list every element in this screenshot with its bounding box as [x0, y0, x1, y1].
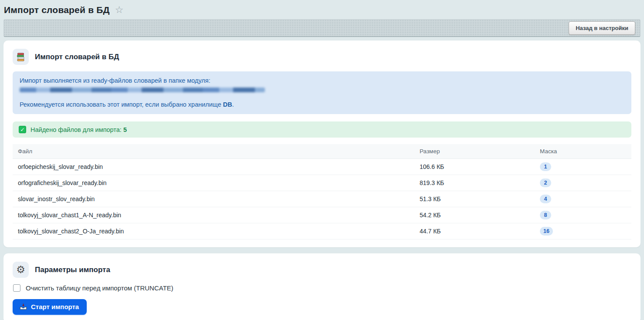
files-table-header-row: Файл Размер Маска	[13, 144, 631, 159]
column-header-file: Файл	[13, 144, 414, 159]
table-row: orfoepicheskij_slovar_ready.bin 106.6 КБ…	[13, 159, 631, 175]
mask-badge: 8	[540, 211, 551, 219]
mask-badge: 2	[540, 179, 551, 187]
column-header-size: Размер	[414, 144, 535, 159]
import-card-header: Импорт словарей в БД	[13, 49, 631, 65]
truncate-checkbox-row[interactable]: Очистить таблицу перед импортом (TRUNCAT…	[13, 284, 631, 292]
file-size: 54.2 КБ	[414, 207, 535, 223]
page-title: Импорт словарей в БД	[4, 5, 110, 15]
import-card: Импорт словарей в БД Импорт выполняется …	[3, 40, 641, 247]
files-found-text: Найдено файлов для импорта: 5	[31, 126, 127, 133]
mask-badge: 16	[540, 227, 553, 236]
truncate-checkbox[interactable]	[13, 284, 20, 292]
file-name: tolkovyj_slovar_chast1_A-N_ready.bin	[13, 207, 414, 223]
params-card: ⚙ Параметры импорта Очистить таблицу пер…	[3, 253, 641, 320]
table-row: orfograficheskij_slovar_ready.bin 819.3 …	[13, 175, 631, 191]
files-found-label: Найдено файлов для импорта:	[31, 126, 123, 133]
recommendation-text: Рекомендуется использовать этот импорт, …	[20, 101, 223, 108]
file-name: slovar_inostr_slov_ready.bin	[13, 191, 414, 207]
file-name: tolkovyj_slovar_chast2_O-Ja_ready.bin	[13, 223, 414, 239]
import-card-title: Импорт словарей в БД	[35, 53, 119, 61]
table-row: slovar_inostr_slov_ready.bin 51.3 КБ 4	[13, 191, 631, 207]
files-found-banner: ✓ Найдено файлов для импорта: 5	[13, 121, 631, 138]
favorite-star-icon[interactable]: ☆	[115, 5, 124, 15]
file-name: orfograficheskij_slovar_ready.bin	[13, 175, 414, 191]
start-import-label: Старт импорта	[31, 303, 79, 310]
books-icon	[13, 49, 29, 65]
mask-badge: 4	[540, 195, 551, 203]
content-area: Импорт словарей в БД Импорт выполняется …	[0, 37, 644, 320]
import-info-box: Импорт выполняется из ready-файлов слова…	[13, 71, 631, 114]
table-row: tolkovyj_slovar_chast1_A-N_ready.bin 54.…	[13, 207, 631, 223]
info-line-source: Импорт выполняется из ready-файлов слова…	[20, 77, 624, 84]
module-path-redacted	[20, 88, 265, 92]
back-to-settings-button[interactable]: Назад в настройки	[569, 21, 635, 35]
start-import-button[interactable]: Старт импорта	[13, 299, 87, 315]
file-size: 51.3 КБ	[414, 191, 535, 207]
files-found-count: 5	[123, 126, 127, 133]
files-table: Файл Размер Маска orfoepicheskij_slovar_…	[13, 144, 631, 239]
check-icon: ✓	[19, 126, 26, 133]
params-card-header: ⚙ Параметры импорта	[13, 262, 631, 278]
truncate-checkbox-label[interactable]: Очистить таблицу перед импортом (TRUNCAT…	[26, 284, 173, 292]
file-size: 44.7 КБ	[414, 223, 535, 239]
admin-toolbar: Назад в настройки	[3, 19, 641, 37]
table-row: tolkovyj_slovar_chast2_O-Ja_ready.bin 44…	[13, 223, 631, 239]
storage-db-label: DB	[223, 101, 232, 108]
page-header: Импорт словарей в БД ☆	[0, 0, 644, 19]
import-tray-icon	[20, 303, 27, 310]
file-size: 819.3 КБ	[414, 175, 535, 191]
mask-badge: 1	[540, 162, 551, 171]
recommendation-period: .	[232, 101, 234, 108]
column-header-mask: Маска	[535, 144, 631, 159]
info-line-recommendation: Рекомендуется использовать этот импорт, …	[20, 101, 624, 108]
gear-icon: ⚙	[13, 262, 29, 278]
file-name: orfoepicheskij_slovar_ready.bin	[13, 159, 414, 175]
file-size: 106.6 КБ	[414, 159, 535, 175]
params-card-title: Параметры импорта	[35, 266, 110, 274]
